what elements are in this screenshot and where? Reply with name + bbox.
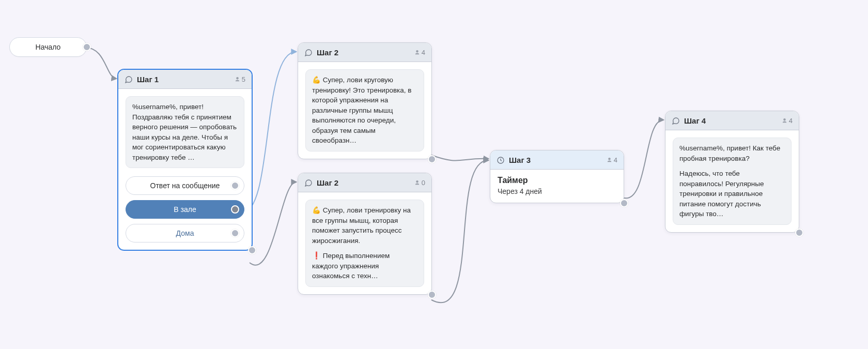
user-count: 4 [607, 156, 617, 164]
card-title: Шаг 2 [317, 48, 410, 57]
user-count: 4 [414, 49, 425, 56]
user-count: 5 [235, 75, 245, 83]
option-gym[interactable]: В зале [126, 200, 244, 219]
user-count: 4 [782, 117, 793, 125]
person-icon [414, 50, 420, 55]
port-out[interactable] [231, 229, 239, 237]
card-body: %username%, привет! Поздравляю тебя с пр… [118, 89, 252, 250]
person-icon [414, 180, 420, 186]
card-header: Шаг 2 0 [298, 173, 431, 192]
clock-icon [497, 156, 505, 164]
card-header: Шаг 2 4 [298, 43, 431, 62]
person-icon [235, 77, 240, 82]
step-card-1[interactable]: Шаг 1 5 %username%, привет! Поздравляю т… [118, 69, 252, 250]
port-out[interactable] [428, 291, 436, 299]
step-card-4[interactable]: Шаг 4 4 %username%, привет! Как тебе про… [665, 111, 799, 233]
port-out[interactable] [428, 155, 436, 163]
option-home[interactable]: Дома [126, 224, 244, 242]
message-bubble: 💪 Супер, лови круговую тренировку! Это т… [305, 69, 424, 151]
chat-icon [304, 179, 313, 187]
port-out[interactable] [231, 205, 239, 214]
start-node[interactable]: Начало [9, 37, 87, 57]
step-card-3[interactable]: Шаг 3 4 Таймер Через 4 дней [490, 150, 624, 203]
card-body: %username%, привет! Как тебе пробная тре… [665, 130, 799, 232]
person-icon [782, 118, 787, 124]
chat-icon [304, 49, 313, 57]
user-count: 0 [414, 179, 425, 187]
start-label: Начало [36, 43, 61, 51]
card-title: Шаг 1 [137, 75, 230, 84]
chat-icon [672, 117, 680, 125]
card-body: 💪 Супер, лови тренировку на все группы м… [298, 192, 431, 294]
card-body: 💪 Супер, лови круговую тренировку! Это т… [298, 62, 431, 159]
message-bubble: 💪 Супер, лови тренировку на все группы м… [305, 200, 424, 287]
card-header: Шаг 3 4 [490, 150, 624, 170]
port-out[interactable] [248, 246, 256, 254]
port-out[interactable] [795, 229, 803, 237]
card-title: Шаг 3 [509, 156, 602, 164]
card-body: Таймер Через 4 дней [490, 170, 624, 203]
chat-icon [125, 75, 133, 84]
timer-subtitle: Через 4 дней [498, 187, 616, 195]
card-header: Шаг 4 4 [665, 111, 799, 130]
card-title: Шаг 2 [317, 178, 410, 187]
flow-canvas[interactable]: Начало Шаг 1 5 %username%, привет! Поздр… [0, 0, 868, 349]
timer-title: Таймер [498, 176, 616, 185]
port-out[interactable] [231, 181, 239, 190]
reply-options: Ответ на сообщение В зале Дома [126, 176, 244, 242]
step-card-2b[interactable]: Шаг 2 0 💪 Супер, лови тренировку на все … [298, 173, 432, 295]
card-title: Шаг 4 [684, 116, 778, 125]
person-icon [607, 157, 612, 163]
port-out[interactable] [620, 199, 628, 207]
message-bubble: %username%, привет! Как тебе пробная тре… [673, 138, 792, 225]
port-out[interactable] [83, 43, 91, 51]
option-reply[interactable]: Ответ на сообщение [126, 176, 244, 195]
card-header: Шаг 1 5 [118, 70, 252, 89]
message-bubble: %username%, привет! Поздравляю тебя с пр… [126, 96, 244, 168]
step-card-2a[interactable]: Шаг 2 4 💪 Супер, лови круговую тренировк… [298, 42, 432, 159]
